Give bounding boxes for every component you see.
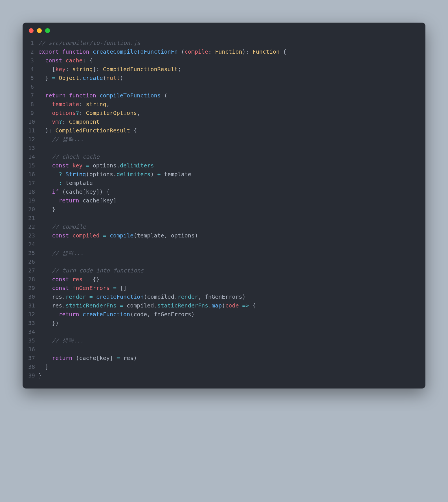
code-token (38, 171, 59, 178)
code-token: key (55, 66, 65, 73)
line-number: 12 (28, 135, 38, 144)
code-line: 12 // 생략... (28, 135, 420, 144)
code-token (38, 180, 59, 186)
code-token: compileToFunctions (100, 92, 161, 99)
code-token (69, 162, 72, 169)
code-line: 25 // 생략... (28, 249, 420, 257)
code-line: 35 // 생략... (28, 336, 420, 345)
line-number: 10 (28, 117, 38, 126)
code-token: render (65, 293, 86, 300)
code-line: 38 } (28, 363, 420, 371)
code-token: ( (103, 75, 106, 81)
code-token: }) (38, 320, 59, 326)
code-token (106, 232, 110, 239)
line-number: 18 (28, 187, 38, 196)
code-token: (options. (86, 171, 117, 178)
code-token: ) (120, 75, 123, 81)
code-token: template (62, 180, 93, 186)
code-token (83, 276, 86, 283)
code-token: create (83, 75, 103, 81)
code-token (239, 302, 242, 309)
line-number: 26 (28, 257, 38, 266)
code-line: 17 : template (28, 179, 420, 187)
line-number: 17 (28, 179, 38, 187)
code-token: Object (59, 75, 79, 81)
line-number: 16 (28, 170, 38, 179)
code-line: 4 [key: string]: CompiledFunctionResult; (28, 65, 420, 74)
code-token: cache[key] (79, 197, 117, 204)
code-token: { (280, 48, 286, 55)
code-line: 30 res.render = createFunction(compiled.… (28, 293, 420, 301)
code-line: 31 res.staticRenderFns = compiled.static… (28, 301, 420, 310)
code-token: = (113, 285, 117, 291)
line-content: // compile (38, 222, 420, 231)
code-token: } (38, 75, 52, 81)
code-token: = (120, 302, 123, 309)
line-content: options?: CompilerOptions, (38, 109, 420, 117)
line-number: 36 (28, 345, 38, 354)
line-content (38, 144, 420, 152)
code-line: 27 // turn code into functions (28, 266, 420, 275)
code-line: 3 const cache: { (28, 56, 420, 65)
code-line: 22 // compile (28, 222, 420, 231)
line-number: 4 (28, 65, 38, 74)
code-token: // 생략... (52, 337, 84, 344)
line-content: const res = {} (38, 275, 420, 284)
line-content: } (38, 371, 420, 380)
code-token: => (242, 302, 249, 309)
code-line: 15 const key = options.delimiters (28, 161, 420, 170)
minimize-icon[interactable] (37, 28, 42, 33)
code-line: 21 (28, 214, 420, 222)
code-token (38, 276, 52, 283)
code-token (38, 92, 45, 99)
line-number: 39 (28, 371, 38, 380)
line-number: 1 (28, 39, 38, 47)
maximize-icon[interactable] (45, 28, 50, 33)
code-token: ( (222, 302, 225, 309)
line-number: 20 (28, 205, 38, 214)
code-token (38, 162, 52, 169)
code-line: 19 return cache[key] (28, 196, 420, 205)
code-line: 29 const fnGenErrors = [] (28, 284, 420, 293)
code-token (110, 285, 113, 291)
code-token: , fnGenErrors) (198, 293, 246, 300)
line-number: 34 (28, 328, 38, 336)
code-token: = (89, 293, 93, 300)
line-number: 29 (28, 284, 38, 293)
code-line: 37 return (cache[key] = res) (28, 354, 420, 363)
line-number: 21 (28, 214, 38, 222)
line-content (38, 328, 420, 336)
code-token (38, 285, 52, 291)
code-token (38, 118, 52, 125)
code-token: (cache[key] (72, 355, 117, 361)
code-token (38, 188, 52, 195)
line-number: 14 (28, 152, 38, 161)
code-line: 24 (28, 240, 420, 249)
code-token: } (38, 372, 42, 379)
code-token: delimiters (120, 162, 154, 169)
line-number: 3 (28, 56, 38, 65)
close-icon[interactable] (29, 28, 34, 33)
code-line: 18 if (cache[key]) { (28, 187, 420, 196)
code-token: compiled. (123, 302, 157, 309)
code-line: 26 (28, 257, 420, 266)
code-token: (compiled. (144, 293, 177, 300)
code-token (55, 75, 59, 81)
code-line: 1// src/compiler/to-function.js (28, 39, 420, 47)
code-token: compile (185, 48, 208, 55)
code-area[interactable]: 1// src/compiler/to-function.js2export f… (23, 35, 425, 388)
code-line: 36 (28, 345, 420, 354)
code-token: null (106, 75, 120, 81)
line-number: 35 (28, 336, 38, 345)
editor-window: 1// src/compiler/to-function.js2export f… (23, 23, 425, 388)
code-token: } (38, 363, 49, 370)
line-number: 31 (28, 301, 38, 310)
code-token: const (52, 276, 69, 283)
code-token: String (65, 171, 86, 178)
code-token (100, 232, 103, 239)
code-token (38, 311, 59, 318)
line-content: } (38, 205, 420, 214)
code-token: res. (38, 293, 65, 300)
code-token: ): (242, 48, 252, 55)
line-content: ): CompiledFunctionResult { (38, 126, 420, 135)
